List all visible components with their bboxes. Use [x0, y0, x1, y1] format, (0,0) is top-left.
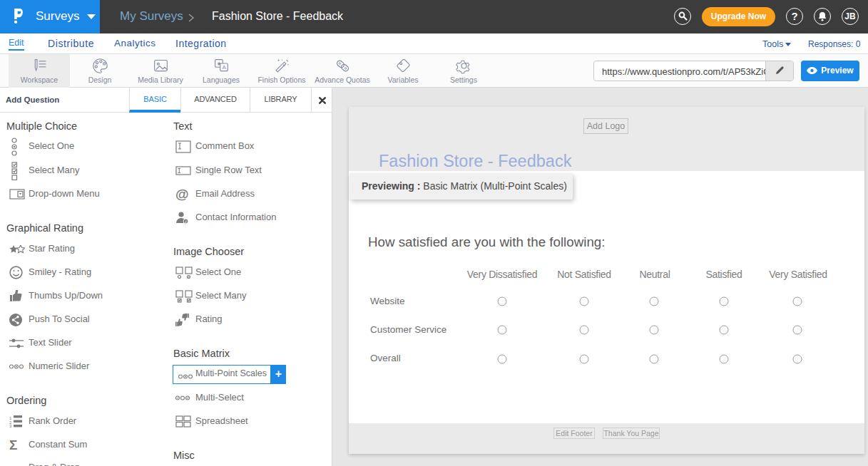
svg-text:★: ★ — [216, 61, 221, 67]
svg-text:A: A — [222, 64, 226, 71]
svg-text:3: 3 — [9, 424, 12, 428]
